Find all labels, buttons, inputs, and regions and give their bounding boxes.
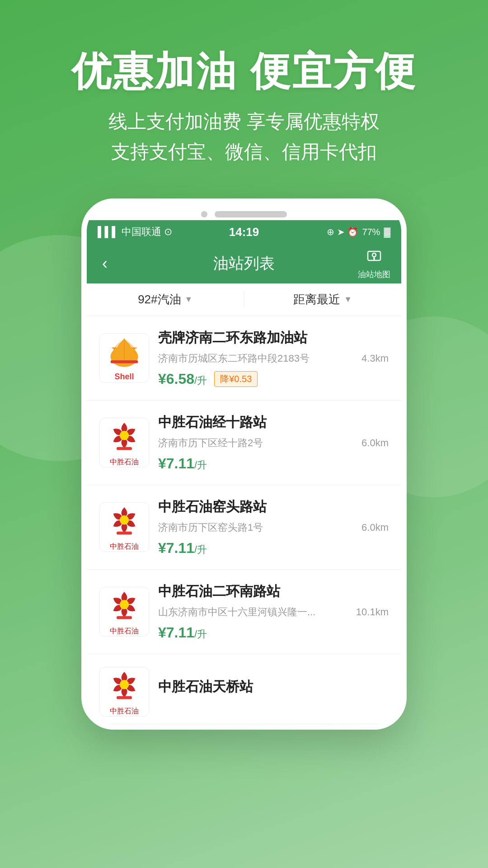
phone-notch <box>87 204 401 220</box>
svg-rect-17 <box>117 696 132 699</box>
station-logo-shell: Shell <box>99 333 149 383</box>
price-unit-4: /升 <box>194 628 207 640</box>
station-name-3: 中胜石油窑头路站 <box>158 498 389 516</box>
signal-bars: ▌▌▌ <box>98 226 119 238</box>
price-unit-3: /升 <box>194 544 207 555</box>
station-info-1: 壳牌济南二环东路加油站 济南市历城区东二环路中段2183号 4.3km ¥6.5… <box>158 329 389 387</box>
station-item[interactable]: 中胜石油 中胜石油窑头路站 济南市历下区窑头路1号 6.0km ¥7.11/升 <box>87 485 401 570</box>
notch-bar <box>215 211 287 217</box>
phone-body: ▌▌▌ 中国联通 ⊙ 14:19 ⊕ ➤ ⏰ 77% ▓ ‹ 油站列表 <box>81 198 407 730</box>
svg-point-7 <box>120 431 129 440</box>
nav-bar: ‹ 油站列表 油站地图 <box>87 244 401 283</box>
station-logo-zhongsheng-2: 中胜石油 <box>99 418 149 467</box>
hero-sub-line1: 线上支付加油费 享专属优惠特权 <box>71 106 417 137</box>
page-title: 油站列表 <box>213 253 275 274</box>
station-addr-row-2: 济南市历下区经十路2号 6.0km <box>158 436 389 450</box>
station-price-3: ¥7.11/升 <box>158 540 207 557</box>
station-info-3: 中胜石油窑头路站 济南市历下区窑头路1号 6.0km ¥7.11/升 <box>158 498 389 557</box>
station-logo-zhongsheng-5: 中胜石油 <box>99 667 149 717</box>
station-distance-2: 6.0km <box>361 437 389 449</box>
app-background: 优惠加油 便宜方便 线上支付加油费 享专属优惠特权 支持支付宝、微信、信用卡代扣… <box>0 0 488 868</box>
station-price-4: ¥7.11/升 <box>158 624 207 641</box>
price-row-3: ¥7.11/升 <box>158 540 389 557</box>
location-icon: ⊕ ➤ ⏰ <box>327 226 358 237</box>
price-row-4: ¥7.11/升 <box>158 624 389 641</box>
map-icon <box>366 248 382 268</box>
sort-dropdown-arrow: ▼ <box>344 295 352 304</box>
hero-title: 优惠加油 便宜方便 <box>71 50 417 94</box>
station-logo-zhongsheng-3: 中胜石油 <box>99 502 149 552</box>
zhongsheng-brand-text-5: 中胜石油 <box>110 707 139 716</box>
station-price-2: ¥7.11/升 <box>158 455 207 472</box>
station-distance-1: 4.3km <box>361 353 389 364</box>
station-item[interactable]: 中胜石油 中胜石油二环南路站 山东济南市中区十六里河镇兴隆一... 10.1km… <box>87 570 401 654</box>
back-button[interactable]: ‹ <box>98 250 112 278</box>
station-address-4: 山东济南市中区十六里河镇兴隆一... <box>158 605 352 619</box>
station-item[interactable]: 中胜石油 中胜石油天桥站 <box>87 654 401 724</box>
zhongsheng-svg-icon-5 <box>104 667 145 706</box>
station-address-2: 济南市历下区经十路2号 <box>158 436 357 450</box>
status-bar: ▌▌▌ 中国联通 ⊙ 14:19 ⊕ ➤ ⏰ 77% ▓ <box>87 220 401 244</box>
sort-label: 距离最近 <box>293 292 340 307</box>
battery-percent: 77% <box>362 227 380 237</box>
price-unit-1: /升 <box>194 375 207 386</box>
map-button[interactable]: 油站地图 <box>358 248 390 280</box>
station-addr-row-3: 济南市历下区窑头路1号 6.0km <box>158 521 389 534</box>
station-address-3: 济南市历下区窑头路1号 <box>158 521 357 534</box>
battery-icon: ▓ <box>384 227 390 237</box>
station-info-2: 中胜石油经十路站 济南市历下区经十路2号 6.0km ¥7.11/升 <box>158 413 389 472</box>
zhongsheng-svg-icon-3 <box>104 503 145 541</box>
svg-point-13 <box>120 600 129 609</box>
station-distance-4: 10.1km <box>356 606 389 618</box>
station-item[interactable]: 中胜石油 中胜石油经十路站 济南市历下区经十路2号 6.0km ¥7.11/升 <box>87 401 401 485</box>
station-name-5: 中胜石油天桥站 <box>158 678 389 696</box>
station-name-4: 中胜石油二环南路站 <box>158 582 389 601</box>
station-price-1: ¥6.58/升 <box>158 371 207 387</box>
station-name-2: 中胜石油经十路站 <box>158 413 389 432</box>
zhongsheng-brand-text-2: 中胜石油 <box>110 458 139 467</box>
station-addr-row-4: 山东济南市中区十六里河镇兴隆一... 10.1km <box>158 605 389 619</box>
hero-section: 优惠加油 便宜方便 线上支付加油费 享专属优惠特权 支持支付宝、微信、信用卡代扣 <box>71 50 417 167</box>
svg-rect-5 <box>111 360 138 363</box>
svg-point-10 <box>120 515 129 524</box>
station-logo-zhongsheng-4: 中胜石油 <box>99 587 149 637</box>
station-item[interactable]: Shell 壳牌济南二环东路加油站 济南市历城区东二环路中段2183号 4.3k… <box>87 316 401 401</box>
price-row-2: ¥7.11/升 <box>158 455 389 472</box>
zhongsheng-svg-icon-4 <box>104 587 145 626</box>
fuel-type-label: 92#汽油 <box>138 292 181 307</box>
station-info-5: 中胜石油天桥站 <box>158 678 389 706</box>
station-addr-row-1: 济南市历城区东二环路中段2183号 4.3km <box>158 352 389 365</box>
station-distance-3: 6.0km <box>361 522 389 533</box>
filter-bar: 92#汽油 ▼ 距离最近 ▼ <box>87 283 401 316</box>
station-list: Shell 壳牌济南二环东路加油站 济南市历城区东二环路中段2183号 4.3k… <box>87 316 401 724</box>
station-info-4: 中胜石油二环南路站 山东济南市中区十六里河镇兴隆一... 10.1km ¥7.1… <box>158 582 389 641</box>
zhongsheng-brand-text-4: 中胜石油 <box>110 627 139 636</box>
hero-sub-line2: 支持支付宝、微信、信用卡代扣 <box>71 137 417 167</box>
fuel-type-filter[interactable]: 92#汽油 ▼ <box>87 292 244 307</box>
status-left: ▌▌▌ 中国联通 ⊙ <box>98 225 229 239</box>
svg-rect-8 <box>117 447 132 450</box>
station-name-1: 壳牌济南二环东路加油站 <box>158 329 389 347</box>
station-address-1: 济南市历城区东二环路中段2183号 <box>158 352 357 365</box>
svg-rect-14 <box>117 616 132 619</box>
map-label: 油站地图 <box>358 269 390 280</box>
zhongsheng-brand-text-3: 中胜石油 <box>110 542 139 552</box>
status-time: 14:19 <box>229 225 259 239</box>
price-unit-2: /升 <box>194 459 207 471</box>
svg-rect-11 <box>117 532 132 535</box>
fuel-dropdown-arrow: ▼ <box>185 295 193 304</box>
svg-point-1 <box>372 253 376 257</box>
carrier-name: 中国联通 <box>122 225 161 239</box>
svg-point-16 <box>120 680 129 689</box>
notch-dot <box>201 211 207 217</box>
shell-brand-text: Shell <box>114 372 134 382</box>
wifi-icon: ⊙ <box>164 226 172 238</box>
hero-subtitle: 线上支付加油费 享专属优惠特权 支持支付宝、微信、信用卡代扣 <box>71 106 417 167</box>
phone-mockup: ▌▌▌ 中国联通 ⊙ 14:19 ⊕ ➤ ⏰ 77% ▓ ‹ 油站列表 <box>81 198 407 730</box>
shell-svg-icon <box>106 335 142 371</box>
sort-filter[interactable]: 距离最近 ▼ <box>244 292 402 307</box>
status-right: ⊕ ➤ ⏰ 77% ▓ <box>259 226 390 237</box>
price-row-1: ¥6.58/升 降¥0.53 <box>158 371 389 387</box>
discount-badge-1: 降¥0.53 <box>214 371 258 387</box>
zhongsheng-svg-icon <box>104 418 145 457</box>
